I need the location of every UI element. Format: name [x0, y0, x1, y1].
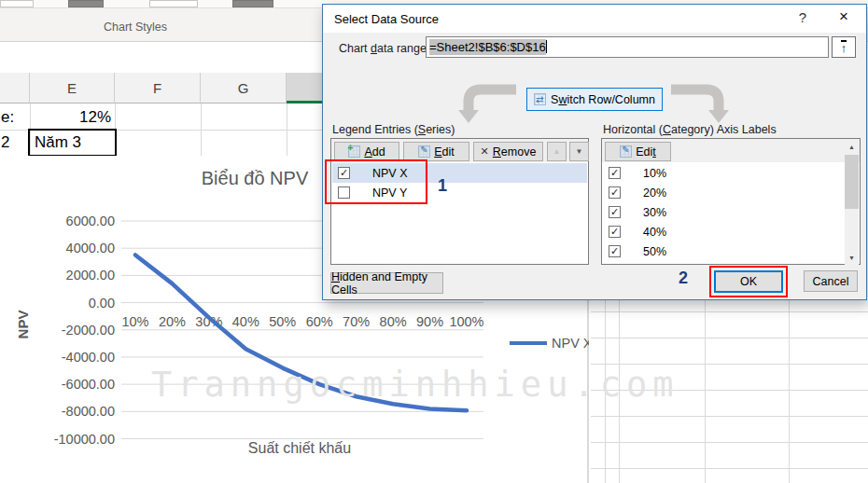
selected-cell-border	[28, 129, 117, 157]
curved-arrow-right-icon	[669, 83, 740, 124]
x-axis-title[interactable]: Suất chiết khấu	[197, 440, 402, 457]
axis-list-scrollbar[interactable]: ▲ ▼	[845, 140, 859, 265]
scrollbar-thumb[interactable]	[845, 155, 859, 209]
axis-label-checkbox[interactable]: ✓	[609, 186, 621, 199]
dialog-title: Select Data Source	[334, 12, 439, 26]
axis-label-row[interactable]: ✓ 30%	[603, 202, 831, 222]
cancel-button[interactable]: Cancel	[804, 270, 858, 292]
svg-text:90%: 90%	[416, 314, 443, 329]
svg-text:10%: 10%	[121, 314, 148, 329]
curved-arrow-left-icon	[447, 83, 518, 124]
series-row-npvy[interactable]: NPV Y	[332, 183, 587, 202]
cell-discount-rate[interactable]: 12%	[30, 108, 111, 127]
switch-row-column-button[interactable]: ⇄ Switch Row/Column	[526, 88, 663, 111]
series-checkbox[interactable]: ✓	[338, 167, 350, 179]
axis-label-checkbox[interactable]: ✓	[609, 226, 621, 238]
chart-style-thumbnail[interactable]	[149, 0, 198, 7]
sheet-gridline	[591, 390, 868, 391]
sheet-gridline	[287, 104, 287, 156]
select-data-source-dialog: Select Data Source ? × Chart data range:…	[322, 4, 867, 300]
move-series-down-button[interactable]: ▼	[569, 142, 589, 161]
axis-label-row[interactable]: ✓ 10%	[603, 163, 831, 183]
svg-text:NPV X: NPV X	[552, 336, 589, 351]
ribbon-group-label: Chart Styles	[0, 21, 271, 34]
text-caret	[546, 40, 547, 53]
series-checkbox[interactable]	[338, 186, 350, 199]
svg-text:100%: 100%	[449, 314, 483, 329]
remove-icon: ✕	[481, 145, 489, 158]
edit-series-button[interactable]: ✎ Edit	[403, 142, 469, 161]
svg-text:20%: 20%	[159, 314, 186, 329]
chart-style-thumbnail[interactable]	[232, 0, 273, 7]
edit-icon: ✎	[620, 145, 632, 158]
annotation-step-1: 1	[438, 176, 447, 196]
hidden-and-empty-cells-button[interactable]: Hidden and Empty Cells	[330, 272, 443, 294]
sheet-gridline	[201, 104, 202, 156]
cell-label-fragment[interactable]: e:	[1, 108, 14, 127]
remove-series-button[interactable]: ✕ Remove	[473, 142, 543, 161]
axis-label-text: 50%	[643, 245, 666, 258]
sheet-gridline	[591, 468, 868, 469]
sheet-gridline	[591, 311, 868, 312]
switch-row-column-icon: ⇄	[534, 93, 546, 105]
series-name: NPV X	[372, 167, 408, 180]
series-name: NPV Y	[372, 186, 407, 200]
svg-text:-6000.00: -6000.00	[62, 377, 115, 392]
sheet-gridline	[591, 442, 868, 443]
edit-icon: ✎	[418, 145, 430, 158]
collapse-dialog-button[interactable]: ↑	[832, 36, 856, 58]
edit-axis-labels-button[interactable]: ✎ Edit	[605, 142, 671, 161]
excel-window: Chart Styles E F G e: 12% 2 Năm 3 Biểu đ…	[0, 0, 868, 483]
sheet-gridline	[619, 300, 620, 483]
svg-text:70%: 70%	[343, 314, 370, 329]
svg-text:NPV: NPV	[15, 310, 31, 339]
svg-text:4000.00: 4000.00	[66, 241, 115, 255]
axis-label-row[interactable]: ✓ 40%	[603, 222, 831, 242]
axis-label-checkbox[interactable]: ✓	[609, 245, 621, 257]
range-value-selected-text: =Sheet2!$B$6:$D$16	[429, 39, 546, 55]
add-series-button[interactable]: + Add	[334, 142, 399, 161]
axis-label-row[interactable]: ✓ 20%	[603, 183, 831, 202]
axis-label-text: 20%	[643, 186, 666, 200]
scroll-up-icon[interactable]: ▲	[845, 140, 859, 154]
sheet-gridline	[605, 300, 606, 483]
sheet-gridline	[591, 416, 868, 417]
chart-style-thumbnail[interactable]	[68, 0, 104, 7]
svg-text:60%: 60%	[306, 314, 333, 329]
svg-text:-8000.00: -8000.00	[62, 404, 115, 419]
sheet-gridline	[591, 338, 868, 338]
annotation-step-2: 2	[679, 269, 688, 288]
axis-label-row[interactable]: ✓ 50%	[603, 242, 831, 261]
scroll-down-icon[interactable]: ▼	[845, 251, 859, 265]
cell-label-fragment[interactable]: 2	[1, 133, 9, 152]
chart-data-range-label: Chart data range:	[339, 42, 429, 55]
legend-entries-label: Legend Entries (Series)	[332, 123, 455, 136]
column-header-G[interactable]: G	[201, 73, 287, 104]
ok-button[interactable]: OK	[714, 270, 783, 293]
sheet-gridline	[705, 300, 706, 483]
legend-entries-listbox: + Add ✎ Edit ✕ Remove ▲ ▼ ✓ NPV X	[330, 138, 589, 265]
dialog-title-bar[interactable]: Select Data Source ? ×	[323, 5, 866, 33]
move-series-up-button[interactable]: ▲	[547, 142, 567, 161]
axis-toolbar: ✎ Edit	[602, 139, 860, 162]
column-header-partial[interactable]	[0, 73, 30, 104]
axis-label-checkbox[interactable]: ✓	[609, 206, 621, 218]
svg-text:80%: 80%	[380, 314, 407, 329]
axis-label-text: 40%	[643, 226, 666, 239]
axis-label-text: 10%	[643, 167, 666, 180]
chart-data-range-input[interactable]: =Sheet2!$B$6:$D$16	[426, 36, 829, 58]
add-icon: +	[348, 145, 360, 158]
svg-text:6000.00: 6000.00	[66, 214, 115, 228]
column-header-E[interactable]: E	[30, 73, 115, 104]
svg-text:50%: 50%	[269, 314, 296, 329]
column-header-selected[interactable]	[287, 73, 324, 104]
up-arrow-icon: ▲	[553, 147, 561, 156]
series-toolbar: + Add ✎ Edit ✕ Remove ▲ ▼	[331, 139, 588, 162]
axis-label-checkbox[interactable]: ✓	[609, 167, 621, 179]
series-row-npvx[interactable]: ✓ NPV X	[332, 163, 587, 183]
axis-labels-label: Horizontal (Category) Axis Labels	[603, 123, 777, 136]
chart-style-thumbnail[interactable]	[0, 0, 34, 7]
close-icon[interactable]: ×	[830, 7, 858, 30]
help-icon[interactable]: ?	[791, 9, 814, 28]
column-header-F[interactable]: F	[115, 73, 201, 104]
